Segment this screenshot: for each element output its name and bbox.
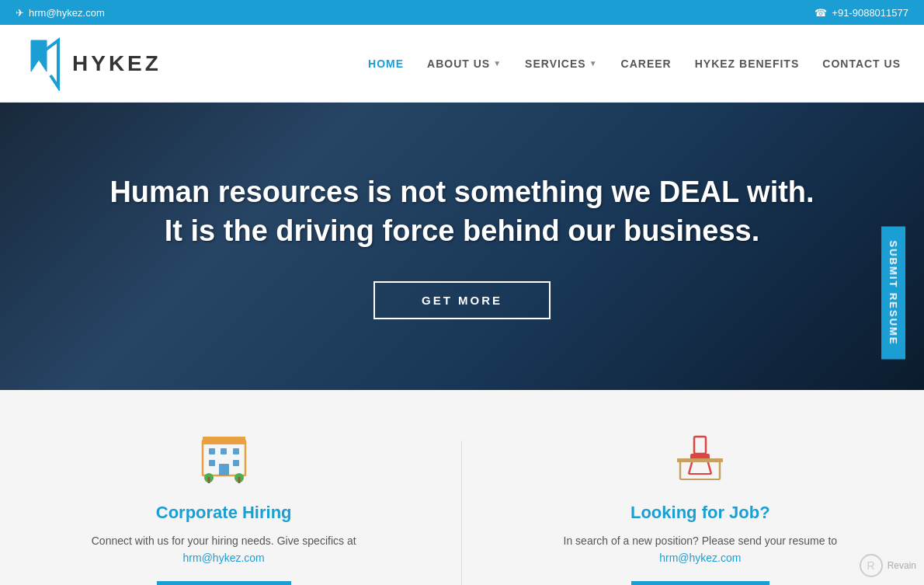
svg-rect-9: [207, 477, 210, 483]
looking-for-job-desc: In search of a new position? Please send…: [537, 532, 863, 567]
about-dropdown-arrow: ▼: [493, 59, 502, 68]
looking-for-job-icon: [671, 429, 729, 487]
share-details-button[interactable]: SHARE DETAILS: [157, 581, 291, 585]
main-nav: HOME ABOUT US ▼ SERVICES ▼ CAREER HYKEZ …: [368, 57, 901, 70]
top-bar: ✈ hrm@hykez.com ☎ +91-9088011577: [0, 0, 924, 25]
corporate-hiring-icon: [195, 429, 253, 487]
top-bar-phone[interactable]: ☎ +91-9088011577: [815, 7, 908, 19]
revain-icon: R: [860, 554, 883, 577]
submit-resume-button[interactable]: SUBMIT RESUME: [631, 581, 769, 585]
nav-services[interactable]: SERVICES ▼: [525, 57, 597, 70]
nav-about[interactable]: ABOUT US ▼: [427, 57, 502, 70]
logo[interactable]: HYKEZ: [23, 37, 162, 91]
revain-badge: R Revain: [860, 554, 916, 577]
svg-rect-12: [694, 437, 706, 454]
top-bar-email[interactable]: ✈ hrm@hykez.com: [16, 7, 105, 19]
svg-rect-4: [233, 448, 239, 454]
svg-rect-5: [209, 460, 215, 466]
hero-title-line1: Human resources is not something we DEAL…: [109, 176, 814, 208]
email-text: hrm@hykez.com: [29, 7, 105, 19]
phone-icon: ☎: [815, 7, 827, 19]
nav-contact[interactable]: CONTACT US: [822, 57, 901, 70]
looking-for-job-title: Looking for Job?: [537, 503, 863, 523]
looking-for-job-email[interactable]: hrm@hykez.com: [659, 552, 741, 564]
hero-content: Human resources is not something we DEAL…: [109, 173, 814, 319]
submit-resume-tab[interactable]: SUBMIT RESUME: [881, 226, 905, 359]
services-dropdown-arrow: ▼: [589, 59, 598, 68]
logo-text: HYKEZ: [72, 51, 162, 76]
corporate-hiring-email[interactable]: hrm@hykez.com: [183, 552, 265, 564]
hero-title-line2: It is the driving force behind our busin…: [165, 214, 759, 247]
card-divider: [461, 440, 462, 585]
hero-cta-button[interactable]: GET MORE: [373, 281, 551, 319]
svg-rect-1: [203, 437, 245, 444]
svg-rect-6: [233, 460, 239, 466]
svg-rect-7: [219, 464, 229, 475]
svg-rect-17: [677, 458, 723, 462]
nav-hykez-benefits[interactable]: HYKEZ BENEFITS: [695, 57, 800, 70]
logo-icon: [23, 37, 66, 91]
looking-for-job-card: Looking for Job? In search of a new posi…: [537, 429, 863, 585]
svg-rect-2: [209, 448, 215, 454]
corporate-hiring-card: Corporate Hiring Connect with us for you…: [61, 429, 387, 585]
hero-title: Human resources is not something we DEAL…: [109, 173, 814, 250]
phone-text: +91-9088011577: [832, 7, 908, 19]
corporate-hiring-title: Corporate Hiring: [61, 503, 387, 523]
email-icon: ✈: [16, 7, 24, 19]
svg-rect-3: [221, 448, 227, 454]
hero-section: Human resources is not something we DEAL…: [0, 103, 924, 390]
svg-rect-11: [238, 477, 240, 483]
nav-home[interactable]: HOME: [368, 57, 404, 70]
revain-label: Revain: [888, 560, 916, 571]
header: HYKEZ HOME ABOUT US ▼ SERVICES ▼ CAREER …: [0, 25, 924, 103]
cards-section: Corporate Hiring Connect with us for you…: [0, 390, 924, 585]
nav-career[interactable]: CAREER: [621, 57, 672, 70]
corporate-hiring-desc: Connect with us for your hiring needs. G…: [61, 532, 387, 567]
